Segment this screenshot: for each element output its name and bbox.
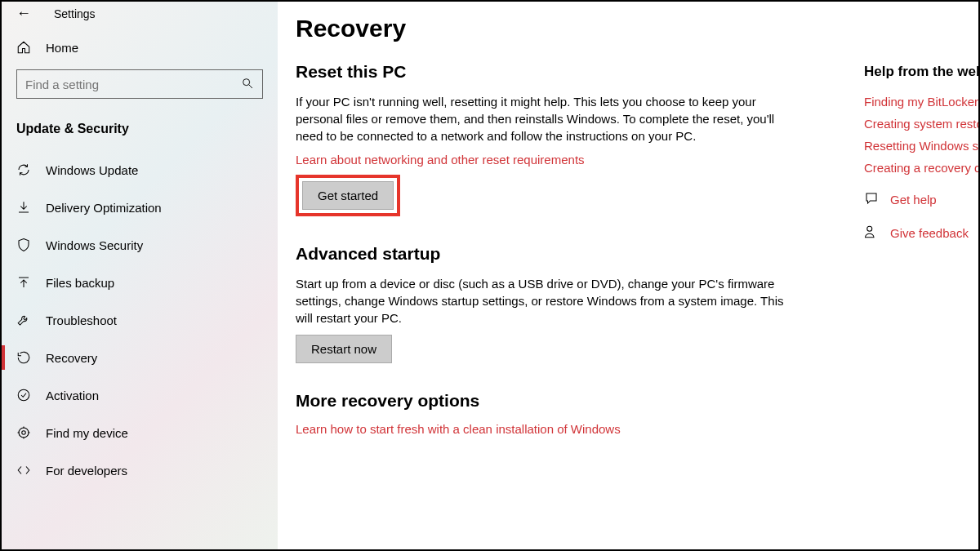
sidebar-item-label: Recovery — [46, 351, 97, 365]
sidebar-item-label: Windows Update — [46, 163, 138, 177]
advanced-body: Start up from a device or disc (such as … — [296, 275, 802, 327]
check-circle-icon — [16, 388, 31, 402]
sidebar-item-troubleshoot[interactable]: Troubleshoot — [2, 301, 278, 339]
reset-body: If your PC isn't running well, resetting… — [296, 93, 802, 144]
sidebar-item-files-backup[interactable]: Files backup — [2, 264, 278, 301]
code-icon — [16, 463, 31, 478]
svg-point-3 — [22, 431, 26, 435]
search-icon — [241, 77, 254, 92]
svg-point-0 — [243, 78, 250, 85]
sidebar-item-label: Windows Security — [46, 238, 143, 252]
help-link[interactable]: Resetting Windows s — [864, 139, 978, 153]
sidebar-item-delivery-optimization[interactable]: Delivery Optimization — [2, 189, 278, 226]
sidebar: ← Settings Home Update & Security Window… — [2, 2, 278, 549]
chat-icon — [864, 191, 879, 208]
main-content: Recovery Reset this PC If your PC isn't … — [296, 2, 978, 549]
recovery-icon — [16, 350, 31, 365]
help-link[interactable]: Finding my BitLocker — [864, 95, 978, 109]
sidebar-item-find-my-device[interactable]: Find my device — [2, 414, 278, 451]
svg-point-4 — [19, 428, 29, 438]
get-started-button[interactable]: Get started — [302, 181, 394, 210]
download-icon — [16, 200, 31, 215]
sidebar-section-title: Update & Security — [2, 110, 278, 151]
advanced-section: Advanced startup Start up from a device … — [296, 244, 818, 363]
search-field[interactable] — [25, 78, 231, 91]
highlight-box: Get started — [296, 175, 400, 216]
page-title: Recovery — [296, 15, 978, 42]
wrench-icon — [16, 313, 31, 327]
sidebar-item-windows-security[interactable]: Windows Security — [2, 226, 278, 264]
sidebar-item-windows-update[interactable]: Windows Update — [2, 151, 278, 189]
reset-link[interactable]: Learn about networking and other reset r… — [296, 153, 818, 167]
get-help-label: Get help — [890, 193, 937, 207]
sync-icon — [16, 162, 31, 177]
sidebar-item-label: Find my device — [46, 426, 128, 440]
more-section: More recovery options Learn how to start… — [296, 391, 818, 436]
svg-line-1 — [249, 85, 252, 88]
sidebar-item-label: Troubleshoot — [46, 313, 117, 327]
search-input[interactable] — [16, 69, 263, 99]
advanced-heading: Advanced startup — [296, 244, 818, 264]
svg-point-5 — [867, 226, 872, 231]
help-link[interactable]: Creating system restore — [864, 117, 978, 131]
more-link[interactable]: Learn how to start fresh with a clean in… — [296, 422, 818, 436]
more-heading: More recovery options — [296, 391, 818, 411]
sidebar-item-for-developers[interactable]: For developers — [2, 451, 278, 489]
home-icon — [16, 40, 31, 55]
get-help-row[interactable]: Get help — [864, 191, 978, 208]
sidebar-item-activation[interactable]: Activation — [2, 376, 278, 414]
right-rail: Help from the web Finding my BitLocker C… — [864, 64, 978, 242]
give-feedback-row[interactable]: Give feedback — [864, 224, 978, 242]
sidebar-item-label: Files backup — [46, 276, 114, 290]
restart-now-button[interactable]: Restart now — [296, 335, 392, 363]
reset-section: Reset this PC If your PC isn't running w… — [296, 62, 818, 216]
feedback-label: Give feedback — [890, 226, 969, 240]
app-title: Settings — [54, 7, 96, 20]
person-icon — [864, 224, 879, 242]
upload-icon — [16, 275, 31, 290]
reset-heading: Reset this PC — [296, 62, 818, 82]
location-icon — [16, 425, 31, 440]
sidebar-item-recovery[interactable]: Recovery — [2, 339, 278, 376]
sidebar-item-home[interactable]: Home — [2, 30, 278, 64]
shield-icon — [16, 238, 31, 252]
right-title: Help from the web — [864, 64, 978, 80]
svg-point-2 — [18, 389, 29, 401]
help-link[interactable]: Creating a recovery d — [864, 161, 978, 175]
back-icon[interactable]: ← — [16, 5, 31, 22]
sidebar-item-label: Activation — [46, 389, 99, 402]
home-label: Home — [46, 41, 78, 55]
sidebar-item-label: For developers — [46, 464, 127, 478]
sidebar-item-label: Delivery Optimization — [46, 201, 162, 215]
